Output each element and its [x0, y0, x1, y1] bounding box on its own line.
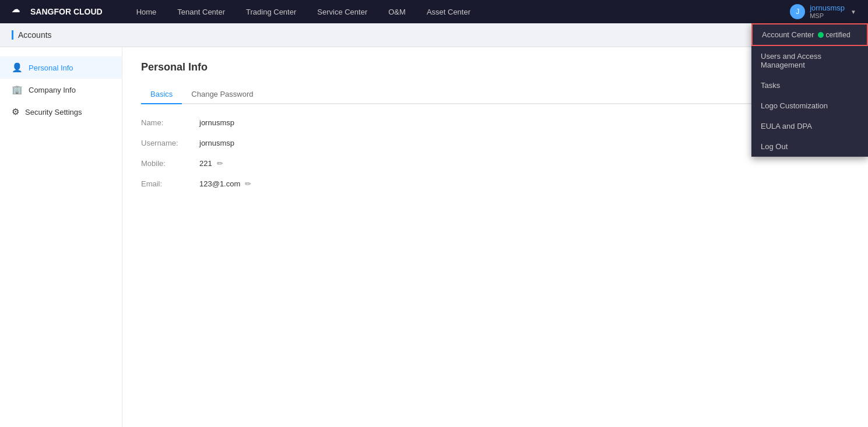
tabs: Basics Change Password	[141, 85, 849, 104]
sidebar: 👤 Personal Info 🏢 Company Info ⚙ Securit…	[0, 47, 122, 427]
form-row-mobile: Mobile: 221 ✏	[141, 159, 849, 168]
content-area: 👤 Personal Info 🏢 Company Info ⚙ Securit…	[0, 47, 868, 427]
username-value: jornusmsp	[199, 139, 234, 147]
breadcrumb-bar: Accounts	[0, 23, 868, 47]
tab-change-password[interactable]: Change Password	[182, 85, 262, 104]
dropdown-logo-customization[interactable]: Logo Customization	[751, 96, 868, 116]
dropdown-logout-label: Log Out	[761, 142, 788, 151]
certified-text: certified	[826, 31, 851, 39]
sidebar-company-info-label: Company Info	[29, 86, 76, 94]
dropdown-tasks[interactable]: Tasks	[751, 75, 868, 96]
building-icon: 🏢	[12, 84, 23, 95]
breadcrumb-accent	[12, 30, 13, 40]
dropdown-eula[interactable]: EULA and DPA	[751, 116, 868, 136]
dropdown-users-access-label: Users and Access Management	[761, 52, 859, 69]
certified-badge: certified	[818, 31, 851, 39]
user-info: jornusmsp MSP	[810, 3, 845, 20]
breadcrumb-text: Accounts	[18, 30, 52, 40]
nav-trading-center[interactable]: Trading Center	[236, 0, 307, 23]
gear-icon: ⚙	[12, 107, 19, 117]
dropdown-eula-label: EULA and DPA	[761, 122, 812, 130]
email-value: 123@1.com ✏	[199, 179, 251, 188]
user-menu-trigger[interactable]: J jornusmsp MSP ▼	[790, 3, 856, 20]
username-label: Username:	[141, 139, 199, 147]
username-text: jornusmsp	[199, 139, 234, 147]
dropdown-logout[interactable]: Log Out	[751, 136, 868, 157]
logo-text: SANGFOR CLOUD	[30, 7, 103, 16]
tab-basics[interactable]: Basics	[141, 85, 182, 104]
logo[interactable]: ☁ SANGFOR CLOUD	[12, 5, 103, 19]
dropdown-logo-customization-label: Logo Customization	[761, 101, 828, 110]
form-row-name: Name: jornusmsp	[141, 118, 849, 127]
dropdown-account-center-label: Account Center	[762, 30, 814, 39]
user-name: jornusmsp	[810, 3, 845, 13]
form-row-username: Username: jornusmsp	[141, 139, 849, 147]
sidebar-personal-info-label: Personal Info	[29, 63, 73, 72]
name-label: Name:	[141, 118, 199, 127]
page-title: Personal Info	[141, 61, 849, 73]
user-avatar: J	[790, 4, 805, 19]
mobile-value: 221 ✏	[199, 159, 223, 168]
certified-dot	[818, 32, 824, 38]
dropdown-tasks-label: Tasks	[761, 81, 780, 90]
sidebar-item-company-info[interactable]: 🏢 Company Info	[0, 79, 122, 101]
sidebar-item-personal-info[interactable]: 👤 Personal Info	[0, 57, 122, 79]
name-text: jornusmsp	[199, 118, 234, 127]
email-text: 123@1.com	[199, 179, 240, 188]
nav-links: Home Tenant Center Trading Center Servic…	[126, 0, 790, 23]
form-fields: Name: jornusmsp Username: jornusmsp Mobi…	[141, 118, 849, 188]
user-icon: 👤	[12, 62, 23, 73]
page-container: Accounts 👤 Personal Info 🏢 Company Info …	[0, 23, 868, 427]
nav-tenant-center[interactable]: Tenant Center	[167, 0, 236, 23]
dropdown-account-center[interactable]: Account Center certified	[751, 23, 868, 46]
user-role: MSP	[810, 12, 845, 20]
sidebar-security-settings-label: Security Settings	[25, 108, 82, 117]
nav-service-center[interactable]: Service Center	[307, 0, 378, 23]
name-value: jornusmsp	[199, 118, 234, 127]
user-dropdown-menu: Account Center certified Users and Acces…	[751, 23, 868, 157]
mobile-edit-icon[interactable]: ✏	[217, 159, 223, 168]
logo-icon: ☁	[12, 5, 26, 19]
dropdown-users-access[interactable]: Users and Access Management	[751, 46, 868, 75]
nav-om[interactable]: O&M	[378, 0, 416, 23]
nav-asset-center[interactable]: Asset Center	[416, 0, 481, 23]
mobile-label: Mobile:	[141, 159, 199, 168]
topnav: ☁ SANGFOR CLOUD Home Tenant Center Tradi…	[0, 0, 868, 23]
chevron-down-icon: ▼	[851, 9, 856, 15]
mobile-text: 221	[199, 159, 212, 168]
sidebar-item-security-settings[interactable]: ⚙ Security Settings	[0, 101, 122, 123]
email-label: Email:	[141, 179, 199, 188]
email-edit-icon[interactable]: ✏	[245, 179, 251, 188]
nav-home[interactable]: Home	[126, 0, 167, 23]
form-row-email: Email: 123@1.com ✏	[141, 179, 849, 188]
